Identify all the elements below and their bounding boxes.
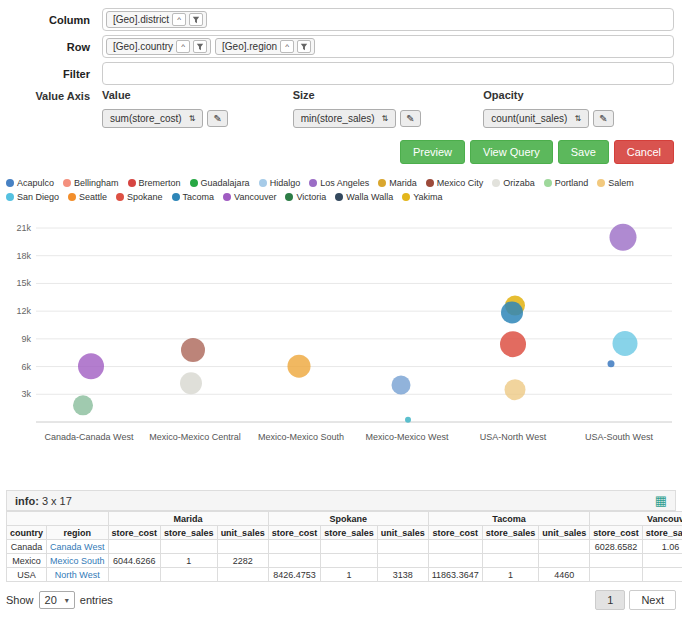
legend-item[interactable]: Bremerton <box>128 178 181 188</box>
row-dropzone[interactable]: [Geo].country^[Geo].region^ <box>102 35 674 58</box>
legend-item[interactable]: Mexico City <box>426 178 484 188</box>
measure-header-row: countryregionstore_coststore_salesunit_s… <box>7 526 682 540</box>
value-cell <box>482 554 539 568</box>
filter-dropzone[interactable] <box>102 62 674 85</box>
y-tick-label: 21k <box>16 223 31 233</box>
field-pill[interactable]: [Geo].district^ <box>106 11 207 28</box>
bubble[interactable] <box>500 331 526 357</box>
legend-item[interactable]: Hidalgo <box>259 178 301 188</box>
selected-measure: count(unit_sales) <box>491 113 567 124</box>
x-tick-label: Mexico-Mexico Central <box>149 432 241 442</box>
selected-measure: min(store_sales) <box>301 113 375 124</box>
bubble[interactable] <box>78 353 104 379</box>
bubble[interactable] <box>180 372 202 394</box>
save-button[interactable]: Save <box>558 140 609 164</box>
region-link[interactable]: North West <box>47 568 109 582</box>
value-cell: 6044.6266 <box>108 554 161 568</box>
entries-value: 20 <box>45 594 57 606</box>
bubble[interactable] <box>501 301 523 323</box>
preview-button[interactable]: Preview <box>400 140 465 164</box>
cancel-button[interactable]: Cancel <box>614 140 674 164</box>
legend-item[interactable]: Bellingham <box>63 178 119 188</box>
y-tick-label: 6k <box>21 362 31 372</box>
legend-dot <box>6 193 14 201</box>
edit-button[interactable]: ✎ <box>593 110 613 127</box>
measure-header: store_cost <box>590 526 643 540</box>
page-1-button[interactable]: 1 <box>595 590 625 610</box>
value-cell: 3138 <box>377 568 428 582</box>
page: Column[Geo].district^Row[Geo].country^[G… <box>0 0 682 610</box>
column-dropzone[interactable]: [Geo].district^ <box>102 8 674 31</box>
legend-dot <box>6 179 14 187</box>
legend-item[interactable]: Acapulco <box>6 178 54 188</box>
value-cell: 1 <box>161 554 218 568</box>
filter-button[interactable] <box>193 40 207 53</box>
field-pill[interactable]: [Geo].region^ <box>215 38 315 55</box>
legend-dot <box>68 193 76 201</box>
opacity-control: count(unit_sales)⇅✎ <box>483 109 674 128</box>
filter-button[interactable] <box>297 40 311 53</box>
bubble[interactable] <box>73 395 93 415</box>
legend-dot <box>285 193 293 201</box>
country-cell: Canada <box>7 540 47 554</box>
value-axis-opacity: Opacitycount(unit_sales)⇅✎ <box>483 89 674 128</box>
legend-item[interactable]: Walla Walla <box>335 192 393 202</box>
edit-button[interactable]: ✎ <box>207 110 227 127</box>
sort-arrows-icon: ⇅ <box>574 114 581 123</box>
legend-item[interactable]: Guadalajara <box>190 178 250 188</box>
table-footer: Show 20 ▾ entries 1 Next <box>6 590 676 610</box>
bubble-chart-svg: 3k6k9k12k15k18k21kCanada-Canada WestMexi… <box>0 216 682 448</box>
legend-item[interactable]: Orizaba <box>492 178 535 188</box>
legend-label: Bellingham <box>74 178 119 188</box>
value-select[interactable]: sum(store_cost)⇅ <box>102 109 203 128</box>
legend-dot <box>402 193 410 201</box>
y-tick-label: 12k <box>16 306 31 316</box>
table-row: USANorth West8426.47531313811863.3647144… <box>7 568 682 582</box>
legend-item[interactable]: Seattle <box>68 192 107 202</box>
edit-button[interactable]: ✎ <box>400 110 420 127</box>
legend-label: Los Angeles <box>320 178 369 188</box>
size-select[interactable]: min(store_sales)⇅ <box>293 109 397 128</box>
bubble[interactable] <box>610 224 637 251</box>
bubble[interactable] <box>392 376 411 395</box>
column-group-header: Spokane <box>268 512 428 526</box>
bubble[interactable] <box>181 338 205 362</box>
bubble[interactable] <box>505 379 526 400</box>
sort-button[interactable]: ^ <box>176 40 190 53</box>
legend-item[interactable]: San Diego <box>6 192 59 202</box>
bubble[interactable] <box>608 360 615 367</box>
value-cell <box>482 540 539 554</box>
legend-item[interactable]: Tacoma <box>172 192 215 202</box>
field-pill[interactable]: [Geo].country^ <box>106 38 211 55</box>
sort-button[interactable]: ^ <box>172 13 186 26</box>
legend-item[interactable]: Spokane <box>116 192 163 202</box>
value-cell <box>642 554 682 568</box>
legend-item[interactable]: Portland <box>544 178 589 188</box>
row-header: country <box>7 526 47 540</box>
x-tick-label: Canada-Canada West <box>45 432 134 442</box>
bubble[interactable] <box>288 355 311 378</box>
next-button[interactable]: Next <box>629 590 676 610</box>
legend-item[interactable]: Yakima <box>402 192 442 202</box>
opacity-select[interactable]: count(unit_sales)⇅ <box>483 109 589 128</box>
region-link[interactable]: Mexico South <box>47 554 109 568</box>
legend-item[interactable]: Vancouver <box>223 192 276 202</box>
legend-item[interactable]: Salem <box>597 178 634 188</box>
legend-item[interactable]: Victoria <box>285 192 326 202</box>
value-axis-label: Value Axis <box>0 89 102 128</box>
view-query-button[interactable]: View Query <box>470 140 553 164</box>
region-link[interactable]: Canada West <box>47 540 109 554</box>
bubble-chart: 3k6k9k12k15k18k21kCanada-Canada WestMexi… <box>0 216 682 450</box>
entries-select[interactable]: 20 ▾ <box>39 591 75 609</box>
measure-header: store_sales <box>482 526 539 540</box>
bubble[interactable] <box>405 417 411 423</box>
sort-button[interactable]: ^ <box>280 40 294 53</box>
legend-label: Tacoma <box>183 192 215 202</box>
value-cell <box>321 554 378 568</box>
bubble[interactable] <box>613 331 638 356</box>
filter-button[interactable] <box>189 13 203 26</box>
value-cell <box>377 554 428 568</box>
legend-item[interactable]: Los Angeles <box>309 178 369 188</box>
legend-item[interactable]: Marida <box>378 178 417 188</box>
grid-icon[interactable]: ▦ <box>655 494 667 507</box>
